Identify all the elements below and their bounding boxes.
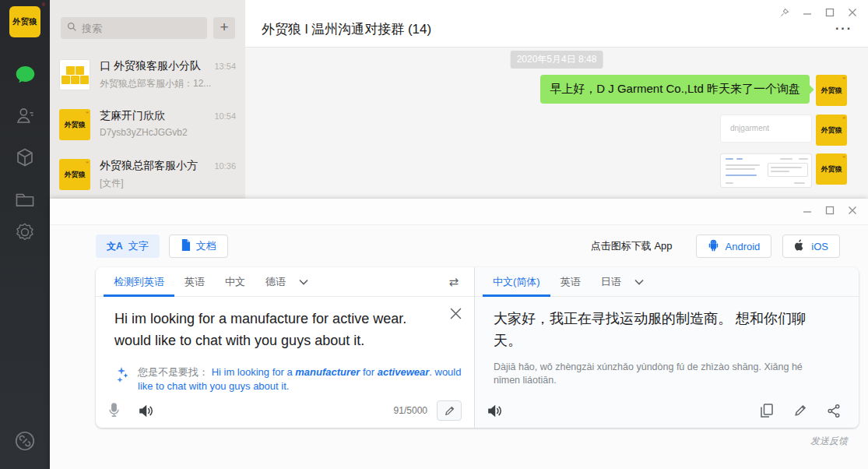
- chat-item-time: 10:54: [214, 111, 236, 121]
- folder-icon: [15, 190, 35, 209]
- swap-languages-icon[interactable]: ⇄: [448, 275, 459, 289]
- listen-source-icon[interactable]: [139, 404, 153, 418]
- tab-english[interactable]: 英语: [550, 267, 591, 297]
- translator-window-controls: [796, 202, 863, 219]
- sidebar: 外贸狼 ®: [0, 0, 50, 469]
- chat-item-preview: D7ysb3yZHcJGGvb2: [100, 127, 236, 138]
- chat-title: 外贸狼 l 温州沟通对接群 (14): [262, 20, 431, 38]
- clear-source-icon[interactable]: [450, 308, 462, 323]
- tab-japanese[interactable]: 日语: [591, 267, 631, 297]
- tab-detected-language[interactable]: 检测到英语: [104, 267, 174, 297]
- sidebar-item-chats[interactable]: [0, 59, 50, 90]
- minimize-icon[interactable]: [796, 202, 818, 219]
- avatar-text: 外贸狼: [821, 125, 842, 136]
- sidebar-item-contacts[interactable]: [0, 100, 50, 131]
- app-logo[interactable]: 外贸狼 ®: [9, 6, 40, 37]
- maximize-icon[interactable]: [818, 202, 841, 219]
- contact-avatar: 外贸狼®: [59, 159, 90, 190]
- sparkle-icon: [114, 365, 130, 393]
- avatar-text: 外贸狼: [821, 164, 842, 175]
- tab-chinese-simplified[interactable]: 中文(简体): [483, 267, 550, 297]
- source-text-area[interactable]: Hi im looking for a manufacture for acti…: [96, 297, 474, 393]
- chat-list-item[interactable]: 外贸狼® 外贸狼总部客服小方 10:36 [文件]: [50, 150, 245, 199]
- text-mode-button[interactable]: 文A 文字: [96, 235, 160, 258]
- target-footer: [475, 393, 859, 428]
- chat-list-item[interactable]: 口 外贸狼客服小分队 13:54 外贸狼总部客服小娟：12...: [50, 50, 245, 100]
- download-app-hint: 点击图标下载 App: [591, 239, 673, 253]
- chat-item-time: 13:54: [214, 62, 236, 71]
- text-mode-label: 文字: [128, 239, 149, 253]
- source-text[interactable]: Hi im looking for a manufacture for acti…: [114, 308, 426, 351]
- outgoing-message-bubble[interactable]: 早上好，D J Garment Co.,Ltd 昨天来了一个询盘: [540, 75, 810, 104]
- close-icon[interactable]: [841, 202, 863, 219]
- contact-avatar: 外贸狼®: [59, 109, 90, 140]
- sidebar-item-products[interactable]: [0, 142, 50, 173]
- chat-item-preview: [文件]: [100, 177, 236, 190]
- sidebar-item-link[interactable]: [0, 425, 50, 457]
- maximize-icon[interactable]: [818, 4, 841, 21]
- chat-header: 外贸狼 l 温州沟通对接群 (14) ···: [245, 0, 868, 48]
- character-count: 91/5000: [394, 405, 427, 416]
- tab-german[interactable]: 德语: [255, 267, 296, 297]
- add-chat-button[interactable]: +: [213, 17, 235, 39]
- chat-bubble-icon: [15, 65, 36, 85]
- microphone-icon[interactable]: [108, 403, 120, 418]
- document-icon: [181, 239, 191, 253]
- date-separator: 2020年5月4日 8:48: [511, 51, 603, 69]
- sidebar-item-files[interactable]: [0, 184, 50, 215]
- avatar-text: 外贸狼: [821, 86, 842, 96]
- target-panel: 中文(简体) 英语 日语 大家好，我正在寻找运动服的制造商。 想和你们聊天。 D…: [475, 267, 859, 428]
- chevron-down-icon[interactable]: [634, 279, 644, 285]
- tab-english[interactable]: 英语: [174, 267, 215, 297]
- document-mode-button[interactable]: 文档: [169, 235, 228, 258]
- send-feedback-link[interactable]: 发送反馈: [810, 435, 848, 448]
- document-mode-label: 文档: [196, 239, 216, 253]
- suggest-edit-icon[interactable]: [794, 404, 807, 418]
- apple-icon: [794, 239, 805, 254]
- chat-more-button[interactable]: ···: [835, 22, 852, 36]
- self-avatar[interactable]: 外贸狼®: [816, 153, 847, 185]
- edit-source-button[interactable]: [437, 400, 462, 421]
- link-circle-icon: [13, 429, 37, 453]
- chat-list-item[interactable]: 外贸狼® 芝麻开门欣欣 10:54 D7ysb3yZHcJGGvb2: [50, 100, 245, 150]
- tab-chinese[interactable]: 中文: [215, 267, 255, 297]
- bubble-tail: [805, 85, 814, 93]
- avatar-text: 外贸狼: [65, 120, 86, 130]
- source-panel: 检测到英语 英语 中文 德语 ⇄ Hi im looking for a man…: [96, 267, 475, 428]
- group-avatar: [59, 59, 90, 90]
- search-input[interactable]: [82, 23, 199, 34]
- link-card-message[interactable]: dnjgarment: [720, 115, 812, 143]
- chat-item-title: 芝麻开门欣欣: [100, 109, 165, 123]
- pinyin-transliteration: Dàjiā hǎo, wǒ zhèngzài xúnzhǎo yùndòng f…: [494, 361, 828, 387]
- chat-item-time: 10:36: [214, 161, 236, 171]
- android-download-button[interactable]: Android: [696, 235, 772, 258]
- chevron-down-icon[interactable]: [299, 279, 308, 285]
- translated-text: 大家好，我正在寻找运动服的制造商。 想和你们聊天。: [494, 308, 828, 351]
- translate-card: 检测到英语 英语 中文 德语 ⇄ Hi im looking for a man…: [96, 267, 859, 428]
- source-footer: 91/5000: [96, 393, 474, 428]
- app-logo-text: 外贸狼: [12, 16, 37, 27]
- ios-label: iOS: [811, 241, 828, 252]
- android-icon: [708, 239, 719, 254]
- chat-item-title: 口 外贸狼客服小分队: [100, 59, 201, 73]
- search-input-wrap[interactable]: [61, 17, 207, 39]
- listen-target-icon[interactable]: [487, 404, 502, 418]
- close-icon[interactable]: [841, 4, 863, 21]
- translator-toolbar: 文A 文字 文档 点击图标下载 App Android: [50, 225, 868, 267]
- screenshot-image-message[interactable]: [720, 153, 812, 188]
- copy-translation-icon[interactable]: [761, 404, 773, 418]
- logo-registered-mark: ®: [42, 2, 45, 7]
- minimize-icon[interactable]: [796, 4, 818, 21]
- sidebar-item-desktop[interactable]: [0, 460, 50, 469]
- ios-download-button[interactable]: iOS: [782, 235, 840, 258]
- sidebar-item-apps[interactable]: [0, 217, 50, 248]
- translator-titlebar: [50, 199, 868, 225]
- pin-icon[interactable]: [773, 4, 796, 21]
- share-translation-icon[interactable]: [828, 404, 840, 418]
- translator-window: 文A 文字 文档 点击图标下载 App Android: [50, 199, 868, 469]
- seal-badge-icon: [15, 222, 35, 242]
- self-avatar[interactable]: 外贸狼®: [816, 75, 847, 106]
- contacts-icon: [15, 105, 35, 125]
- self-avatar[interactable]: 外贸狼®: [816, 115, 847, 146]
- app-window: 外贸狼 ®: [0, 0, 868, 469]
